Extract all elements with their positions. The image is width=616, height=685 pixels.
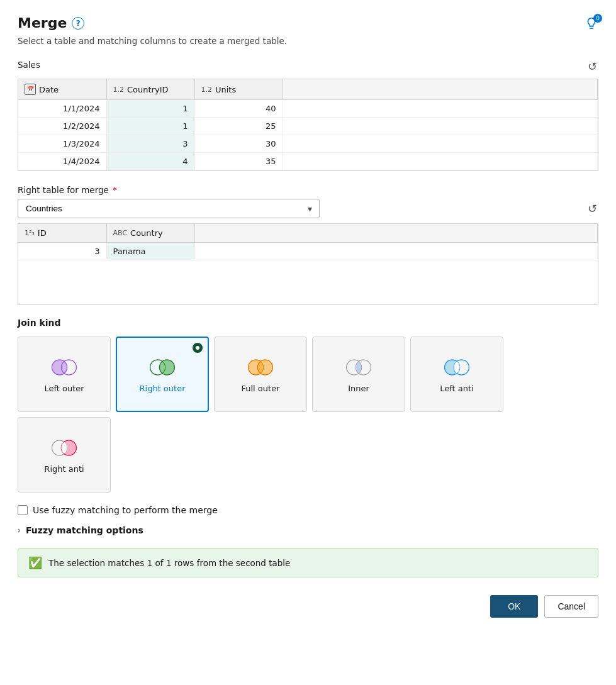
empty-cell: [283, 153, 598, 170]
check-circle-icon: ✅: [28, 556, 42, 569]
svg-point-1: [52, 360, 67, 375]
full-outer-label: Full outer: [242, 384, 280, 393]
col-units-header[interactable]: 1.2 Units: [194, 79, 283, 100]
right-table-container: 1²₃ ID ABC Country 3 Pa: [18, 223, 598, 305]
date-cell: 1/1/2024: [18, 100, 106, 118]
page-title: Merge: [18, 15, 67, 31]
chevron-right-icon: ›: [18, 526, 21, 535]
selected-indicator: [193, 343, 203, 353]
col-countryid-header[interactable]: 1.2 CountryID: [106, 79, 194, 100]
inner-venn: [344, 357, 374, 377]
right-table-dropdown-wrapper: Countries Sales ▾: [18, 199, 320, 218]
cancel-button[interactable]: Cancel: [544, 595, 598, 618]
title-row: Merge ?: [18, 15, 84, 31]
dropdown-row: Countries Sales ▾ ↺: [18, 199, 598, 218]
sales-label: Sales: [18, 60, 40, 70]
left-anti-label: Left anti: [440, 384, 474, 393]
full-outer-venn: [245, 357, 276, 377]
id-type: 1²₃: [25, 229, 35, 237]
col-date-header[interactable]: 📅 Date: [18, 79, 106, 100]
fuzzy-checkbox-label[interactable]: Use fuzzy matching to perform the merge: [33, 505, 218, 515]
sales-section-header: Sales ↺: [18, 58, 598, 75]
table-row: 1/2/2024 1 25: [18, 118, 598, 135]
units-cell: 30: [194, 135, 283, 153]
units-cell: 25: [194, 118, 283, 135]
col-countryid-label: CountryID: [127, 85, 169, 94]
lightbulb-badge: 0: [593, 14, 602, 23]
status-banner: ✅ The selection matches 1 of 1 rows from…: [18, 548, 598, 577]
date-cell: 1/3/2024: [18, 135, 106, 153]
sales-table-container: 📅 Date 1.2 CountryID 1.2 Units: [18, 79, 598, 171]
col-country-label: Country: [130, 228, 163, 238]
table-row: 1/1/2024 1 40: [18, 100, 598, 118]
countryid-type: 1.2: [113, 86, 125, 94]
footer-buttons: OK Cancel: [18, 595, 598, 618]
table-row: 3 Panama: [18, 243, 598, 260]
empty-cell: [283, 118, 598, 135]
date-icon: 📅: [25, 84, 36, 95]
right-table-refresh-button[interactable]: ↺: [586, 201, 598, 217]
page-header: Merge ? 0: [18, 15, 598, 31]
subtitle: Select a table and matching columns to c…: [18, 36, 598, 46]
join-option-left-anti[interactable]: Left anti: [410, 337, 503, 412]
col-empty-header: [283, 79, 598, 100]
join-option-right-outer[interactable]: Right outer: [116, 337, 209, 412]
join-option-right-anti[interactable]: Right anti: [18, 417, 111, 493]
units-type: 1.2: [201, 86, 213, 94]
col-units-label: Units: [215, 85, 236, 94]
right-table-dropdown[interactable]: Countries Sales: [18, 199, 320, 218]
table-row: 1/3/2024 3 30: [18, 135, 598, 153]
countryid-cell: 4: [106, 153, 194, 170]
inner-label: Inner: [348, 384, 369, 393]
join-option-left-outer[interactable]: Left outer: [18, 337, 111, 412]
units-cell: 40: [194, 100, 283, 118]
col-date-label: Date: [39, 85, 59, 94]
id-cell: 3: [18, 243, 106, 260]
col-empty2-header: [194, 224, 598, 243]
left-outer-venn: [49, 357, 79, 377]
countryid-cell: 1: [106, 100, 194, 118]
join-options-container: Left outer Right outer Full outer: [18, 337, 598, 493]
col-id-header[interactable]: 1²₃ ID: [18, 224, 106, 243]
ok-button[interactable]: OK: [490, 595, 538, 618]
right-outer-label: Right outer: [140, 384, 186, 393]
right-anti-label: Right anti: [44, 464, 84, 474]
lightbulb-icon[interactable]: 0: [585, 16, 598, 30]
left-outer-label: Left outer: [44, 384, 84, 393]
right-table-label: Right table for merge *: [18, 185, 598, 195]
required-star: *: [110, 185, 117, 195]
left-anti-venn: [442, 357, 472, 377]
right-outer-venn: [147, 357, 177, 377]
empty-cell: [194, 243, 598, 260]
svg-point-6: [257, 360, 272, 375]
join-option-inner[interactable]: Inner: [312, 337, 405, 412]
join-kind-label: Join kind: [18, 318, 598, 328]
date-cell: 1/2/2024: [18, 118, 106, 135]
country-type: ABC: [113, 229, 128, 237]
empty-cell: [283, 100, 598, 118]
countries-table: 1²₃ ID ABC Country 3 Pa: [18, 224, 598, 260]
svg-point-4: [159, 360, 174, 375]
sales-refresh-button[interactable]: ↺: [586, 58, 598, 75]
fuzzy-checkbox[interactable]: [18, 505, 28, 515]
help-icon[interactable]: ?: [72, 17, 84, 30]
right-anti-venn: [49, 438, 79, 458]
col-id-label: ID: [38, 228, 47, 238]
join-option-full-outer[interactable]: Full outer: [214, 337, 307, 412]
sales-table: 📅 Date 1.2 CountryID 1.2 Units: [18, 79, 598, 170]
countryid-cell: 1: [106, 118, 194, 135]
col-country-header[interactable]: ABC Country: [106, 224, 194, 243]
fuzzy-section-toggle[interactable]: › Fuzzy matching options: [18, 525, 598, 535]
date-cell: 1/4/2024: [18, 153, 106, 170]
country-cell: Panama: [106, 243, 194, 260]
status-message: The selection matches 1 of 1 rows from t…: [48, 558, 290, 568]
join-kind-section: Join kind Left outer Right outer: [18, 318, 598, 493]
table-row: 1/4/2024 4 35: [18, 153, 598, 170]
units-cell: 35: [194, 153, 283, 170]
fuzzy-checkbox-row: Use fuzzy matching to perform the merge: [18, 505, 598, 515]
fuzzy-section-label: Fuzzy matching options: [26, 525, 143, 535]
right-table-section: Right table for merge * Countries Sales …: [18, 185, 598, 305]
empty-cell: [283, 135, 598, 153]
countryid-cell: 3: [106, 135, 194, 153]
